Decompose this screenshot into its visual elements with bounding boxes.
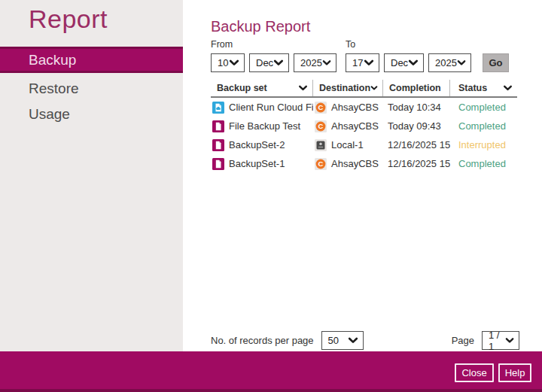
sort-chevron-icon [503, 85, 513, 91]
file-backup-set-icon [212, 158, 224, 170]
from-year-select[interactable]: 2025 [294, 53, 336, 72]
destination-name: AhsayCBS [331, 102, 379, 113]
column-header-backup-set[interactable]: Backup set [211, 80, 313, 96]
svg-text:C: C [318, 103, 324, 111]
from-month-value: Dec [256, 57, 273, 68]
records-per-page-value: 50 [328, 335, 339, 346]
help-button[interactable]: Help [498, 363, 531, 382]
from-year-value: 2025 [300, 57, 322, 68]
chevron-down-icon [273, 59, 284, 66]
to-month-value: Dec [391, 57, 408, 68]
destination-name: AhsayCBS [331, 120, 379, 132]
column-label: Backup set [217, 83, 267, 93]
backup-report-table: Backup set Destination Completion Status… [211, 80, 517, 173]
table-row[interactable]: Client Run Cloud File ... C AhsayCBS Tod… [211, 98, 517, 117]
main-content: Backup Report From 10 Dec 2025 To [183, 0, 542, 351]
from-day-value: 10 [218, 57, 228, 68]
backup-set-name: File Backup Test [229, 120, 300, 132]
file-backup-set-icon [212, 120, 224, 132]
destination-name: Local-1 [331, 139, 364, 150]
to-month-select[interactable]: Dec [384, 53, 424, 72]
from-month-select[interactable]: Dec [249, 53, 289, 72]
to-year-value: 2025 [435, 57, 457, 68]
sidebar: Report Backup Restore Usage [0, 0, 183, 351]
page-title: Report [29, 5, 108, 34]
column-label: Completion [389, 83, 441, 93]
from-day-select[interactable]: 10 [211, 53, 245, 72]
table-header: Backup set Destination Completion Status [211, 80, 517, 98]
sort-chevron-icon [298, 85, 308, 91]
records-per-page: No. of records per page 50 [211, 331, 364, 350]
to-day-value: 17 [352, 57, 363, 68]
file-backup-set-icon [212, 139, 224, 151]
sidebar-item-backup[interactable]: Backup [0, 47, 183, 73]
date-range-filters: From 10 Dec 2025 To 17 [211, 39, 509, 72]
completion-time: 12/16/2025 15:20 [388, 158, 450, 169]
to-day-select[interactable]: 17 [346, 53, 379, 72]
section-heading: Backup Report [211, 18, 310, 35]
chevron-down-icon [364, 59, 374, 66]
status-badge: Interrupted [458, 139, 506, 150]
to-date-group: To 17 Dec 2025 [346, 39, 471, 72]
column-header-status[interactable]: Status [450, 80, 517, 96]
to-label: To [346, 39, 471, 50]
table-row[interactable]: File Backup Test C AhsayCBS Today 09:43 … [211, 117, 517, 135]
backup-set-name: BackupSet-1 [229, 158, 285, 169]
ahsaycbs-icon: C [315, 158, 327, 170]
svg-text:C: C [318, 160, 324, 168]
from-date-group: From 10 Dec 2025 [211, 39, 336, 72]
page-label: Page [452, 335, 474, 346]
sort-chevron-icon [370, 85, 378, 91]
column-header-completion: Completion [383, 80, 450, 96]
to-year-select[interactable]: 2025 [428, 53, 471, 72]
completion-time: 12/16/2025 15:23 [388, 139, 450, 150]
page-value: 1 / 1 [489, 330, 505, 352]
sidebar-item-restore[interactable]: Restore [0, 78, 183, 99]
backup-set-name: BackupSet-2 [229, 139, 285, 150]
status-badge: Completed [458, 158, 506, 169]
chevron-down-icon [457, 59, 466, 66]
svg-text:C: C [318, 122, 324, 130]
column-label: Destination [319, 83, 370, 93]
page-select[interactable]: 1 / 1 [482, 331, 519, 350]
column-label: Status [458, 83, 487, 93]
cloud-file-backup-set-icon [212, 102, 224, 114]
page-selector: Page 1 / 1 [452, 331, 519, 350]
go-button[interactable]: Go [483, 53, 509, 72]
completion-time: Today 10:34 [388, 102, 441, 113]
table-row[interactable]: BackupSet-1 C AhsayCBS 12/16/2025 15:20 … [211, 154, 517, 173]
table-row[interactable]: BackupSet-2 Local-1 12/16/2025 15:23 Int… [211, 135, 517, 154]
chevron-down-icon [505, 337, 514, 344]
completion-time: Today 09:43 [388, 120, 441, 132]
chevron-down-icon [348, 337, 358, 344]
status-badge: Completed [458, 102, 506, 113]
column-header-destination[interactable]: Destination [313, 80, 383, 96]
chevron-down-icon [322, 59, 331, 66]
destination-name: AhsayCBS [331, 158, 379, 169]
records-per-page-select[interactable]: 50 [321, 331, 364, 350]
chevron-down-icon [408, 59, 419, 66]
ahsaycbs-icon: C [315, 102, 327, 114]
chevron-down-icon [229, 59, 239, 66]
ahsaycbs-icon: C [315, 120, 327, 132]
sidebar-item-usage[interactable]: Usage [0, 104, 183, 124]
status-badge: Completed [458, 120, 506, 132]
records-per-page-label: No. of records per page [211, 335, 314, 346]
close-button[interactable]: Close [455, 363, 494, 382]
local-drive-icon [315, 139, 327, 151]
footer-bar: Close Help [0, 351, 542, 392]
backup-set-name: Client Run Cloud File ... [229, 102, 313, 113]
from-label: From [211, 39, 336, 50]
